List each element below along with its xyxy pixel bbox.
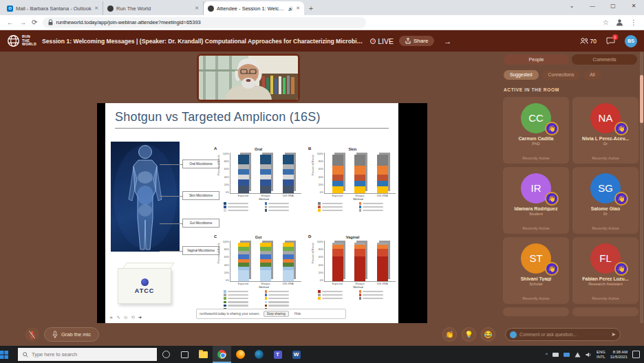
tab-close-icon[interactable]: ✕: [296, 6, 300, 11]
profile-icon[interactable]: [616, 19, 623, 26]
muted-mic-button[interactable]: [25, 327, 39, 342]
live-indicator: LIVE: [370, 37, 394, 45]
taskbar-search[interactable]: [18, 348, 157, 361]
legend-swatch: [265, 206, 268, 208]
sidebar-scrollbar[interactable]: [640, 52, 643, 346]
action-center-icon[interactable]: [632, 351, 640, 358]
comment-box[interactable]: ➤: [505, 328, 621, 341]
people-sidebar: PeopleComments SuggestedConnectionsAll A…: [497, 52, 644, 346]
legend-item: [265, 202, 302, 205]
forward-button[interactable]: →: [19, 19, 26, 26]
filter-connections[interactable]: Connections: [542, 70, 581, 80]
reaction-button-2[interactable]: 😂: [481, 327, 495, 342]
x-tick: 16S rRNA: [376, 283, 389, 285]
share-button[interactable]: Share: [399, 36, 434, 46]
minimize-button[interactable]: —: [582, 0, 603, 12]
browser-tab[interactable]: Attendee - Session 1: Welco...🔊✕: [204, 1, 304, 15]
url-bar[interactable]: runtheworld.today/app/join-webinar-atten…: [43, 17, 366, 28]
battery-icon[interactable]: [552, 353, 559, 357]
attendee-card[interactable]: FL👋Fabian Perez Luzu...Research Assistan…: [572, 237, 638, 304]
pen-icon[interactable]: ✎: [116, 315, 120, 320]
reload-button[interactable]: ⟳: [32, 19, 37, 26]
attendee-card[interactable]: CC👋Carmen CadillaPhDRecently Active: [503, 97, 569, 164]
start-button[interactable]: [0, 351, 18, 359]
filter-suggested[interactable]: Suggested: [504, 70, 539, 80]
legend-label-illegible: [322, 210, 343, 211]
attendee-card[interactable]: SG👋Salome GiaoDrRecently Active: [572, 167, 638, 234]
back-button[interactable]: ←: [7, 19, 14, 26]
bar-segment: [354, 166, 365, 175]
attendee-card[interactable]: NA👋Nivia L Perez-Acev...DrRecently Activ…: [572, 97, 638, 164]
taskbar-search-input[interactable]: [32, 351, 152, 358]
attendee-role: Student: [503, 212, 569, 216]
tab-audio-icon[interactable]: 🔊: [288, 6, 294, 11]
bookmark-star-icon[interactable]: ☆: [603, 19, 609, 26]
user-avatar[interactable]: BS: [625, 35, 637, 47]
chrome-button[interactable]: [213, 346, 231, 363]
legend-item: [265, 294, 302, 296]
clock[interactable]: 8:38 AM 11/5/2021: [610, 350, 627, 359]
mic-icon: [52, 331, 58, 338]
legend-swatch: [224, 297, 226, 300]
sidebar-tab-people[interactable]: People: [504, 54, 569, 65]
legend-label-illegible: [322, 291, 343, 292]
attendee-card-partial[interactable]: [572, 307, 638, 316]
onedrive-icon[interactable]: [564, 353, 570, 357]
legend-label-illegible: [268, 206, 289, 208]
tray-expand-icon[interactable]: ^: [546, 352, 548, 357]
file-explorer-button[interactable]: [194, 346, 213, 363]
advance-icon[interactable]: ➜: [138, 315, 142, 320]
edge-button[interactable]: [250, 346, 268, 363]
attendee-count[interactable]: 70: [580, 38, 597, 45]
reaction-button-0[interactable]: 👏: [442, 327, 457, 342]
stop-sharing-button[interactable]: Stop sharing: [264, 311, 289, 317]
legend-item: [318, 206, 355, 208]
browser-menu-icon[interactable]: ⋮: [630, 19, 637, 26]
grab-the-mic-button[interactable]: Grab the mic: [44, 327, 99, 342]
hide-button[interactable]: Hide: [292, 311, 303, 316]
pointer-icon[interactable]: ➤: [109, 315, 113, 320]
tab-close-icon[interactable]: ✕: [94, 6, 98, 11]
wave-badge-icon: 👋: [545, 262, 559, 276]
close-button[interactable]: ✕: [623, 0, 644, 12]
filter-all[interactable]: All: [583, 70, 601, 80]
logo-text: RUNTHEWORLD: [22, 35, 36, 46]
scrollbar-thumb[interactable]: [640, 75, 643, 123]
collapse-arrow-icon[interactable]: →: [444, 37, 451, 45]
word-button[interactable]: W: [287, 346, 305, 363]
legend-label-illegible: [363, 206, 383, 208]
language-indicator[interactable]: ENG INTL: [597, 350, 605, 359]
send-icon[interactable]: ➤: [611, 331, 616, 338]
task-view-button[interactable]: [175, 346, 194, 363]
dropdown-caret-icon[interactable]: ⌄: [561, 0, 582, 12]
new-tab-button[interactable]: +: [304, 1, 318, 15]
comment-input[interactable]: [519, 332, 608, 337]
network-icon[interactable]: [575, 352, 581, 358]
people-icon: [580, 38, 588, 44]
chart-panel-b: BSkinPercent of Reads100%80%60%40%20%0%E…: [310, 147, 396, 231]
chat-button[interactable]: 1: [606, 37, 615, 45]
y-tick: 80%: [224, 160, 229, 163]
legend-item: [265, 301, 302, 304]
firefox-button[interactable]: [231, 346, 250, 363]
attendee-name: Salome Giao: [572, 206, 638, 211]
attendee-card[interactable]: IR👋Idamara RodriguezStudentRecently Acti…: [503, 167, 569, 234]
teams-button[interactable]: T: [268, 346, 287, 363]
undo-icon[interactable]: ⟲: [131, 315, 134, 320]
bar-segment: [238, 179, 249, 186]
cortana-button[interactable]: [157, 346, 175, 363]
attendee-card-partial[interactable]: [503, 307, 569, 316]
windows-taskbar: T W ^ ENG INTL 8:38 AM 11/5/2021: [0, 346, 644, 363]
reaction-button-1[interactable]: 💡: [462, 327, 476, 342]
shapes-icon[interactable]: ⊙: [124, 315, 127, 320]
volume-icon[interactable]: [586, 352, 592, 358]
browser-tab[interactable]: OMail - Barbara Santana - Outlook✕: [3, 1, 103, 15]
sidebar-tab-comments[interactable]: Comments: [572, 54, 637, 65]
tab-close-icon[interactable]: ✕: [195, 6, 199, 11]
browser-tab[interactable]: Run The World✕: [103, 1, 204, 15]
x-axis-title: Method: [321, 197, 396, 201]
attendee-card[interactable]: ST👋Shivani TyagiScholarRecently Active: [503, 237, 569, 304]
maximize-button[interactable]: ▢: [603, 0, 623, 12]
bar-segment: [283, 186, 294, 193]
presenter-video[interactable]: [197, 54, 300, 102]
